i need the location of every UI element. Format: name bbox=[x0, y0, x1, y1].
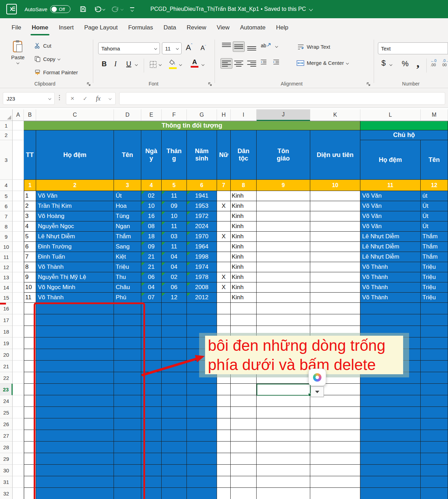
orientation-button[interactable]: ab bbox=[261, 42, 271, 48]
cell-L24[interactable] bbox=[360, 395, 421, 407]
cell-E10[interactable]: 09 bbox=[141, 242, 162, 252]
font-color-button[interactable]: A bbox=[191, 59, 198, 68]
header-chu-ho-ten[interactable]: Tên bbox=[421, 140, 448, 180]
cell-A5[interactable] bbox=[13, 191, 24, 201]
cell-F24[interactable] bbox=[162, 395, 187, 407]
cell-M29[interactable] bbox=[421, 453, 448, 465]
cell-F26[interactable] bbox=[162, 418, 187, 430]
cell-M8[interactable]: Út bbox=[421, 221, 448, 232]
cell-H9[interactable]: X bbox=[217, 232, 231, 242]
cell-C5[interactable]: Võ Văn bbox=[36, 191, 114, 201]
align-top-button[interactable] bbox=[221, 42, 232, 52]
cell-J30[interactable] bbox=[257, 465, 310, 476]
cell-E9[interactable]: 18 bbox=[141, 232, 162, 242]
copilot-button[interactable] bbox=[308, 369, 326, 386]
cell-M26[interactable] bbox=[421, 418, 448, 430]
cell-I10[interactable]: Kinh bbox=[231, 242, 257, 252]
cell-A4[interactable] bbox=[13, 180, 24, 191]
orientation-dropdown-icon[interactable] bbox=[275, 45, 278, 48]
column-header-B[interactable]: B bbox=[24, 109, 36, 121]
cell-K11[interactable] bbox=[310, 252, 360, 262]
alignment-dialog-launcher-icon[interactable] bbox=[366, 82, 371, 87]
cell-A22[interactable] bbox=[13, 372, 24, 384]
fill-color-dropdown-icon[interactable] bbox=[179, 63, 182, 66]
cell-F6[interactable]: 09 bbox=[162, 201, 187, 211]
cell-M24[interactable] bbox=[421, 395, 448, 407]
row-header-7[interactable]: 7 bbox=[0, 211, 13, 221]
cell-C13[interactable]: Nguyễn Thị Mỹ Lệ bbox=[36, 272, 114, 282]
tab-view[interactable]: View bbox=[211, 21, 235, 35]
cell-G29[interactable] bbox=[187, 453, 217, 465]
cell-A8[interactable] bbox=[13, 221, 24, 232]
cell-M27[interactable] bbox=[421, 430, 448, 442]
column-header-J[interactable]: J bbox=[257, 109, 310, 121]
cell-H8[interactable] bbox=[217, 221, 231, 232]
cell-K16[interactable] bbox=[310, 303, 360, 314]
cell-F30[interactable] bbox=[162, 465, 187, 476]
merge-center-button[interactable]: Merge & Center bbox=[297, 60, 348, 66]
cell-D15[interactable]: Phú bbox=[114, 293, 141, 303]
row-header-26[interactable]: 26 bbox=[0, 418, 13, 430]
cell-M5[interactable]: út bbox=[421, 191, 448, 201]
cell-D7[interactable]: Tùng bbox=[114, 211, 141, 221]
cell-K32[interactable] bbox=[310, 488, 360, 499]
cell-L28[interactable] bbox=[360, 442, 421, 453]
cell-M12[interactable]: Triệu bbox=[421, 262, 448, 272]
row-header-30[interactable]: 30 bbox=[0, 465, 13, 476]
cell-I23[interactable] bbox=[231, 384, 257, 395]
comma-style-button[interactable]: , bbox=[416, 56, 420, 70]
cell-A28[interactable] bbox=[13, 442, 24, 453]
cell-E6[interactable]: 10 bbox=[141, 201, 162, 211]
row-header-18[interactable]: 18 bbox=[0, 326, 13, 337]
cell-A14[interactable] bbox=[13, 282, 24, 293]
column-header-C[interactable]: C bbox=[36, 109, 114, 121]
align-middle-button[interactable] bbox=[233, 41, 245, 52]
undo-dropdown-icon[interactable] bbox=[102, 8, 105, 11]
cell-J16[interactable] bbox=[257, 303, 310, 314]
increase-indent-button[interactable] bbox=[273, 59, 280, 67]
cell-E5[interactable]: 02 bbox=[141, 191, 162, 201]
banner-thong-tin-doi-tuong[interactable]: Thông tin đối tượng bbox=[24, 121, 360, 130]
cell-K25[interactable] bbox=[310, 407, 360, 418]
name-box-dropdown-icon[interactable] bbox=[48, 97, 51, 100]
cell-H30[interactable] bbox=[217, 465, 231, 476]
align-bottom-button[interactable] bbox=[246, 42, 257, 52]
cell-H5[interactable] bbox=[217, 191, 231, 201]
cell-M18[interactable] bbox=[421, 326, 448, 337]
cell-L16[interactable] bbox=[360, 303, 421, 314]
align-right-button[interactable] bbox=[246, 59, 257, 68]
column-header-G[interactable]: G bbox=[187, 109, 217, 121]
cell-G25[interactable] bbox=[187, 407, 217, 418]
cell-M23[interactable] bbox=[421, 384, 448, 395]
fill-color-button[interactable] bbox=[169, 59, 177, 69]
cell-K17[interactable] bbox=[310, 314, 360, 326]
cell-K9[interactable] bbox=[310, 232, 360, 242]
select-all-corner[interactable] bbox=[0, 109, 13, 121]
cell-M20[interactable] bbox=[421, 349, 448, 361]
cell-J31[interactable] bbox=[257, 476, 310, 488]
row-header-25[interactable]: 25 bbox=[0, 407, 13, 418]
cell-F10[interactable]: 11 bbox=[162, 242, 187, 252]
cancel-icon[interactable]: × bbox=[70, 95, 74, 102]
cell-A31[interactable] bbox=[13, 476, 24, 488]
row-header-14[interactable]: 14 bbox=[0, 282, 13, 293]
cell-F11[interactable]: 04 bbox=[162, 252, 187, 262]
cell-F13[interactable]: 02 bbox=[162, 272, 187, 282]
cell-I25[interactable] bbox=[231, 407, 257, 418]
cell-L11[interactable]: Lê Nhựt Diễm bbox=[360, 252, 421, 262]
cell-M22[interactable] bbox=[421, 372, 448, 384]
cell-K30[interactable] bbox=[310, 465, 360, 476]
enter-icon[interactable]: ✓ bbox=[83, 95, 87, 102]
row-header-27[interactable]: 27 bbox=[0, 430, 13, 442]
tab-file[interactable]: File bbox=[6, 21, 26, 35]
cell-K14[interactable] bbox=[310, 282, 360, 293]
cell-F19[interactable] bbox=[162, 337, 187, 349]
cell-C12[interactable]: Võ Thành bbox=[36, 262, 114, 272]
cell-F8[interactable]: 11 bbox=[162, 221, 187, 232]
column-header-K[interactable]: K bbox=[310, 109, 360, 121]
cell-H14[interactable]: X bbox=[217, 282, 231, 293]
paste-dropdown-icon[interactable] bbox=[16, 61, 19, 64]
cell-M25[interactable] bbox=[421, 407, 448, 418]
cell-A9[interactable] bbox=[13, 232, 24, 242]
cell-G14[interactable]: 2008 bbox=[187, 282, 217, 293]
